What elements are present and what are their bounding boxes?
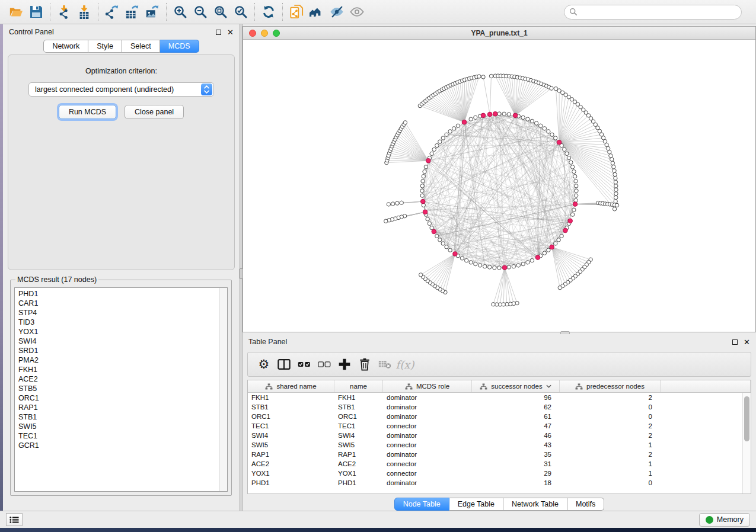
table-cell: dominator	[383, 450, 472, 459]
export-image-button[interactable]	[142, 2, 162, 21]
run-mcds-button[interactable]: Run MCDS	[59, 105, 116, 119]
first-neighbors-button[interactable]	[307, 2, 327, 21]
mcds-result-group: MCDS result (17 nodes) PHD1CAR1STP4TID3Y…	[10, 275, 232, 496]
result-node-item[interactable]: GCR1	[18, 441, 227, 450]
table-tab-edge-table[interactable]: Edge Table	[449, 498, 503, 511]
zoom-fit-icon	[213, 5, 228, 19]
result-node-item[interactable]: TEC1	[18, 431, 227, 441]
table-settings-button[interactable]: ⚙	[255, 355, 273, 373]
table-row[interactable]: ORC1ORC1dominator610	[248, 412, 751, 421]
table-tab-network-table[interactable]: Network Table	[503, 498, 567, 511]
clone-network-button[interactable]	[286, 2, 307, 21]
column-header-name[interactable]: name	[334, 380, 383, 392]
table-cell: FKH1	[248, 393, 334, 402]
table-tab-motifs[interactable]: Motifs	[567, 498, 604, 511]
column-header-successor-nodes[interactable]: successor nodes	[472, 380, 560, 392]
result-node-item[interactable]: FKH1	[18, 365, 227, 374]
network-title: YPA_prune.txt_1	[243, 29, 755, 37]
criterion-select[interactable]: largest connected component (undirected)	[28, 82, 214, 97]
result-node-item[interactable]: TID3	[18, 318, 227, 327]
table-row[interactable]: TEC1TEC1connector472	[248, 421, 751, 431]
memory-button[interactable]: Memory	[699, 513, 750, 527]
table-row[interactable]: PHD1PHD1dominator180	[248, 478, 751, 488]
close-table-panel-icon[interactable]: ✕	[744, 338, 750, 346]
mcds-result-list[interactable]: PHD1CAR1STP4TID3YOX1SWI4SRD1PMA2FKH1ACE2…	[14, 287, 228, 492]
save-session-button[interactable]	[26, 2, 46, 21]
result-node-item[interactable]: STP4	[18, 308, 227, 318]
result-node-item[interactable]: ORC1	[18, 393, 227, 403]
float-panel-icon[interactable]	[216, 30, 221, 35]
table-row[interactable]: STB1STB1dominator620	[248, 402, 751, 412]
result-node-item[interactable]: SWI4	[18, 336, 227, 346]
result-node-item[interactable]: SRD1	[18, 346, 227, 355]
zoom-in-button[interactable]	[170, 2, 190, 21]
table-scrollbar-thumb[interactable]	[744, 396, 749, 441]
network-titlebar[interactable]: YPA_prune.txt_1	[243, 27, 755, 40]
table-cell: 0	[560, 412, 661, 421]
tab-select[interactable]: Select	[122, 40, 160, 53]
result-node-item[interactable]: STB5	[18, 384, 227, 393]
table-tab-node-table[interactable]: Node Table	[394, 498, 449, 511]
export-table-icon	[125, 5, 139, 19]
result-node-item[interactable]: PMA2	[18, 355, 227, 365]
table-cell: SWI5	[248, 440, 334, 450]
function-builder-button: f(x)	[396, 355, 414, 373]
deselect-all-rows-button[interactable]	[315, 355, 333, 373]
result-node-item[interactable]: CAR1	[18, 299, 227, 308]
table-row[interactable]: RAP1RAP1dominator352	[248, 450, 751, 459]
zoom-out-button[interactable]	[190, 2, 210, 21]
table-row[interactable]: SWI5SWI5connector431	[248, 440, 751, 450]
tab-network[interactable]: Network	[43, 40, 88, 53]
result-node-item[interactable]: RAP1	[18, 403, 227, 412]
table-cell: dominator	[383, 478, 472, 488]
table-row[interactable]: ACE2ACE2connector311	[248, 459, 751, 469]
column-selector-button[interactable]	[275, 355, 293, 373]
select-all-rows-button[interactable]	[295, 355, 313, 373]
table-row[interactable]: YOX1YOX1connector291	[248, 469, 751, 478]
table-row[interactable]: FKH1FKH1dominator962	[248, 393, 751, 402]
tab-style[interactable]: Style	[88, 40, 122, 53]
hide-selected-button[interactable]	[327, 2, 347, 21]
float-table-panel-icon[interactable]	[732, 339, 738, 345]
import-table-button[interactable]	[74, 2, 94, 21]
zoom-fit-button[interactable]	[210, 2, 231, 21]
table-cell: TEC1	[334, 421, 383, 431]
table-panel-title: Table Panel	[248, 338, 287, 346]
result-node-item[interactable]: PHD1	[18, 289, 227, 299]
table-row[interactable]: SWI4SWI4dominator462	[248, 431, 751, 440]
task-history-button[interactable]	[6, 513, 23, 526]
table-scrollbar[interactable]	[742, 393, 751, 493]
table-cell: dominator	[383, 431, 472, 440]
table-cell: 62	[472, 402, 560, 412]
export-table-button[interactable]	[122, 2, 142, 21]
result-node-item[interactable]: YOX1	[18, 327, 227, 336]
delete-column-button[interactable]	[356, 355, 374, 373]
column-header-predecessor-nodes[interactable]: predecessor nodes	[560, 380, 661, 392]
close-panel-button[interactable]: Close panel	[125, 105, 184, 119]
result-node-item[interactable]: STB1	[18, 412, 227, 422]
zoom-selected-button[interactable]	[231, 2, 251, 21]
column-header-MCDS-role[interactable]: MCDS role	[383, 380, 472, 392]
table-cell: PHD1	[248, 478, 334, 488]
table-cell: YOX1	[248, 469, 334, 478]
table-cell: 1	[560, 469, 661, 478]
close-panel-icon[interactable]: ✕	[227, 28, 234, 36]
table-cell: STB1	[248, 402, 334, 412]
search-input[interactable]	[564, 5, 742, 20]
result-node-item[interactable]: ACE2	[18, 374, 227, 384]
table-cell: 1	[560, 459, 661, 469]
import-network-button[interactable]	[54, 2, 74, 21]
open-file-button[interactable]	[6, 2, 26, 21]
refresh-button[interactable]	[259, 2, 279, 21]
save-icon	[29, 5, 43, 19]
export-network-button[interactable]	[102, 2, 122, 21]
result-node-item[interactable]: SWI5	[18, 422, 227, 431]
result-list-scrollbar[interactable]	[219, 288, 227, 491]
tab-mcds[interactable]: MCDS	[160, 40, 199, 53]
table-cell: 2	[560, 393, 661, 402]
table-header-row: shared namenameMCDS rolesuccessor nodesp…	[248, 380, 751, 393]
show-all-button[interactable]	[347, 2, 367, 21]
column-header-shared-name[interactable]: shared name	[248, 380, 334, 392]
create-column-button[interactable]	[336, 355, 353, 373]
network-graph-canvas[interactable]	[243, 40, 755, 332]
